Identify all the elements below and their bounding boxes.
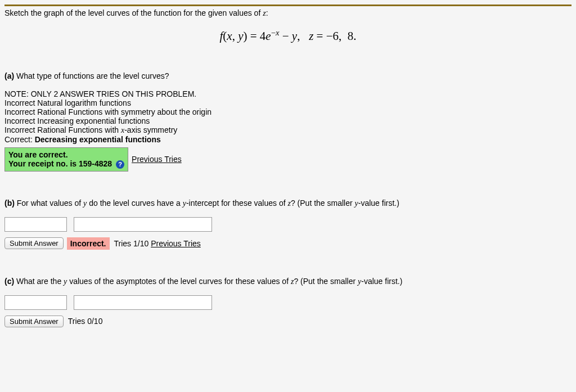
option-2: Incorrect Rational Functions with symmet… <box>4 107 572 116</box>
tries-text-b: Tries 1/10 Previous Tries <box>114 239 201 248</box>
pb-t1: For what values of <box>15 199 83 208</box>
part-a-question: What type of functions are the level cur… <box>14 71 169 80</box>
pc-t4: -value first.) <box>361 277 402 286</box>
opt4-prefix: Incorrect Rational Functions with <box>4 125 121 134</box>
correct-answer: Decreasing exponential functions <box>35 135 161 144</box>
previous-tries-link-b[interactable]: Previous Tries <box>151 239 201 248</box>
help-icon[interactable]: ? <box>116 160 124 169</box>
feedback-correct: You are correct. Your receipt no. is 159… <box>4 147 128 172</box>
pb-t3: -intercept for these values of <box>186 199 288 208</box>
part-b-input-1[interactable] <box>4 217 67 232</box>
correct-prefix: Correct: <box>4 135 35 144</box>
opt4-suffix: -axis symmetry <box>124 125 177 134</box>
feedback-line1: You are correct. <box>8 150 124 159</box>
pb-t5: -value first.) <box>358 199 399 208</box>
pc-t3: ? (Put the smaller <box>294 277 358 286</box>
equation: f(x, y) = 4e−x − y, z = −6, 8. <box>4 28 572 43</box>
part-a-note: NOTE: ONLY 2 ANSWER TRIES ON THIS PROBLE… <box>4 89 572 98</box>
submit-answer-button-c[interactable]: Submit Answer <box>4 316 64 327</box>
feedback-incorrect: Incorrect. <box>67 237 110 250</box>
option-4: Incorrect Rational Functions with x-axis… <box>4 125 572 135</box>
part-c-input-2[interactable] <box>74 295 212 310</box>
pc-t1: What are the <box>14 277 64 286</box>
part-a-label: (a) <box>4 71 14 80</box>
pc-t2: values of the asymptotes of the level cu… <box>67 277 291 286</box>
option-1: Incorrect Natural logarithm functions <box>4 98 572 107</box>
tries-text-c: Tries 0/10 <box>68 317 103 326</box>
part-c-input-1[interactable] <box>4 295 67 310</box>
previous-tries-link-a[interactable]: Previous Tries <box>132 155 182 164</box>
correct-option: Correct: Decreasing exponential function… <box>4 135 572 144</box>
feedback-line2: Your receipt no. is 159-4828 <box>8 159 112 168</box>
part-b-input-2[interactable] <box>74 217 212 232</box>
top-rule <box>4 4 572 6</box>
part-b-label: (b) <box>4 199 15 208</box>
part-c-label: (c) <box>4 277 14 286</box>
prompt-colon: : <box>266 8 268 17</box>
part-c: (c) What are the y values of the asympto… <box>4 277 572 327</box>
pb-t2: do the level curves have a <box>87 199 182 208</box>
part-a: (a) What type of functions are the level… <box>4 71 572 172</box>
option-3: Incorrect Increasing exponential functio… <box>4 116 572 125</box>
submit-answer-button-b[interactable]: Submit Answer <box>4 237 64 249</box>
part-b: (b) For what values of y do the level cu… <box>4 199 572 250</box>
pb-t4: ? (Put the smaller <box>291 199 355 208</box>
prompt-text: Sketch the graph of the level curves of … <box>4 8 263 17</box>
tries-count-b: Tries 1/10 <box>114 239 151 248</box>
problem-prompt: Sketch the graph of the level curves of … <box>4 8 572 18</box>
